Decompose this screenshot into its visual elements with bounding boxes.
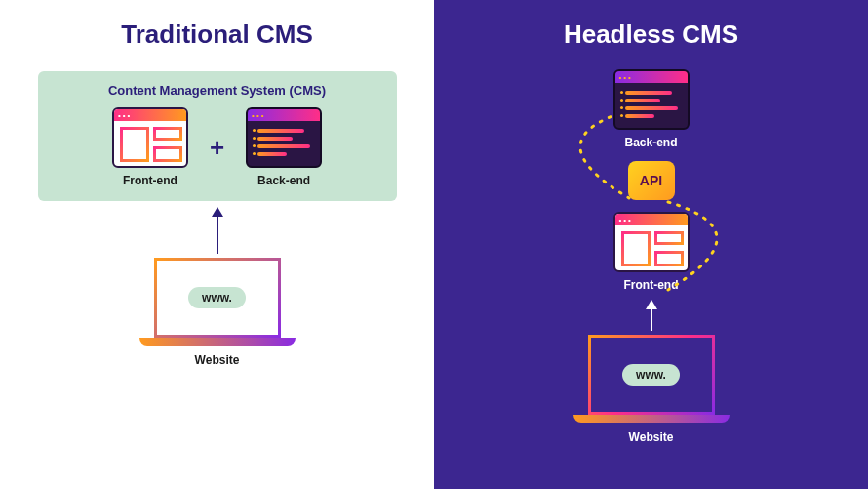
backend-column: ••• Back-end xyxy=(613,69,690,149)
backend-label: Back-end xyxy=(624,136,677,149)
frontend-icon: ••• xyxy=(112,107,188,168)
backend-label: Back-end xyxy=(257,174,310,187)
backend-icon: ••• xyxy=(613,69,690,130)
api-badge: API xyxy=(628,161,675,200)
arrow-up-icon xyxy=(217,209,218,254)
backend-column: ••• Back-end xyxy=(246,107,322,187)
laptop-icon: www. Website xyxy=(139,258,296,367)
plus-icon: + xyxy=(210,133,224,163)
arrow-up-icon xyxy=(651,302,652,331)
cms-box: Content Management System (CMS) ••• Fron… xyxy=(38,71,397,201)
website-label: Website xyxy=(573,430,730,444)
frontend-label: Front-end xyxy=(624,278,679,292)
laptop-base xyxy=(139,338,296,346)
frontend-column: ••• Front-end xyxy=(112,107,188,187)
backend-icon: ••• xyxy=(246,107,322,168)
frontend-column: ••• Front-end xyxy=(613,212,690,292)
laptop-screen: www. xyxy=(154,258,281,338)
laptop-base xyxy=(573,415,730,423)
traditional-title: Traditional CMS xyxy=(0,0,434,50)
frontend-icon: ••• xyxy=(613,212,690,272)
www-pill: www. xyxy=(188,287,246,308)
headless-title: Headless CMS xyxy=(434,0,868,50)
traditional-cms-panel: Traditional CMS Content Management Syste… xyxy=(0,0,434,489)
frontend-label: Front-end xyxy=(123,174,178,187)
cms-box-title: Content Management System (CMS) xyxy=(58,83,377,98)
cms-row: ••• Front-end + ••• Back-end xyxy=(58,107,377,187)
laptop-icon: www. Website xyxy=(573,335,730,444)
laptop-screen: www. xyxy=(588,335,715,415)
right-stack: ••• Back-end API ••• Front-end www. Webs… xyxy=(434,67,868,444)
website-label: Website xyxy=(139,353,296,367)
headless-cms-panel: Headless CMS ••• Back-end API ••• xyxy=(434,0,868,489)
www-pill: www. xyxy=(622,364,680,386)
